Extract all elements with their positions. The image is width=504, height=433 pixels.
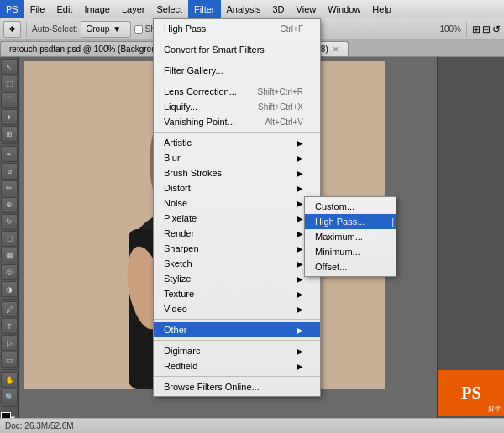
convert-label: Convert for Smart Filters	[164, 44, 265, 55]
stylize-arrow: ▶	[297, 274, 303, 284]
stylize-label: Stylize	[164, 274, 191, 284]
tool-sep-1	[2, 143, 17, 144]
tool-zoom[interactable]: 🔍	[1, 389, 18, 404]
artistic-label: Artistic	[164, 138, 192, 148]
menu-item-stylize[interactable]: Stylize ▶	[154, 271, 320, 286]
tool-spot-heal[interactable]: ⌀	[1, 163, 18, 179]
texture-label: Texture	[164, 289, 194, 299]
render-label: Render	[164, 228, 194, 238]
tool-move[interactable]: ↖	[1, 59, 18, 75]
maximum-label: Maximum...	[315, 232, 363, 242]
autoselect-dropdown[interactable]: Group ▼	[81, 21, 131, 38]
menu-select[interactable]: Select	[151, 0, 189, 18]
tool-shape[interactable]: ▭	[1, 352, 18, 368]
tab-retouch-label: retouch psdfan.psd @ 100% (Background	[9, 44, 165, 54]
menu-item-pixelate[interactable]: Pixelate ▶	[154, 211, 320, 226]
offset-label: Offset...	[315, 262, 347, 272]
tool-lasso[interactable]: ⌒	[1, 92, 18, 108]
menu-item-lens-correction[interactable]: Lens Correction... Shift+Ctrl+R	[154, 84, 320, 99]
pixelate-arrow: ▶	[297, 214, 303, 223]
cursor-indicator: |	[391, 217, 394, 227]
menu-analysis[interactable]: Analysis	[221, 0, 267, 18]
vp-shortcut: Alt+Ctrl+V	[265, 117, 303, 127]
tool-text[interactable]: T	[1, 318, 18, 334]
submenu-high-pass[interactable]: High Pass... |	[305, 214, 396, 229]
sep-7	[154, 376, 320, 377]
menu-item-distort[interactable]: Distort ▶	[154, 180, 320, 196]
tab-untitled-close[interactable]: ✕	[333, 45, 339, 54]
menu-view[interactable]: View	[291, 0, 323, 18]
menu-item-convert[interactable]: Convert for Smart Filters	[154, 42, 320, 57]
menu-item-other[interactable]: Other ▶	[154, 322, 320, 337]
menu-item-sharpen[interactable]: Sharpen ▶	[154, 241, 320, 256]
status-text: Doc: 26.3M/52.6M	[5, 421, 74, 430]
menu-item-blur[interactable]: Blur ▶	[154, 150, 320, 165]
move-tool-btn[interactable]: ❖	[3, 21, 21, 38]
menu-item-filter-gallery[interactable]: Filter Gallery...	[154, 63, 320, 78]
menu-layer[interactable]: Layer	[116, 0, 151, 18]
distort-arrow: ▶	[297, 184, 303, 193]
menu-item-noise[interactable]: Noise ▶	[154, 196, 320, 211]
tool-crop[interactable]: ⊞	[1, 126, 18, 142]
tool-select-rect[interactable]: ⬚	[1, 76, 18, 91]
tool-hand[interactable]: ✋	[1, 372, 18, 388]
tool-gradient[interactable]: ▦	[1, 248, 18, 263]
menu-image[interactable]: Image	[78, 0, 116, 18]
menu-item-redfield[interactable]: Redfield ▶	[154, 358, 320, 373]
autoselect-value: Group	[86, 24, 109, 34]
menu-edit[interactable]: Edit	[50, 0, 78, 18]
menu-item-digimarc[interactable]: Digimarc ▶	[154, 343, 320, 358]
right-panel: PS 好学	[437, 57, 504, 433]
tool-brush[interactable]: ✏	[1, 180, 18, 196]
tool-sep-4	[2, 406, 17, 407]
menu-item-vanishing-point[interactable]: Vanishing Point... Alt+Ctrl+V	[154, 114, 320, 129]
blur-label: Blur	[164, 153, 181, 163]
menu-item-texture[interactable]: Texture ▶	[154, 286, 320, 301]
liquify-label: Liquify...	[164, 102, 197, 112]
pixelate-label: Pixelate	[164, 213, 197, 223]
tool-eraser[interactable]: ◻	[1, 231, 18, 247]
submenu-offset[interactable]: Offset...	[305, 259, 396, 274]
tool-eyedropper[interactable]: ✒	[1, 146, 18, 162]
tool-dodge[interactable]: ◑	[1, 281, 18, 297]
tool-path-select[interactable]: ▷	[1, 335, 18, 351]
other-arrow: ▶	[297, 326, 303, 335]
menu-filter[interactable]: Filter	[188, 0, 220, 18]
menu-item-brush-strokes[interactable]: Brush Strokes ▶	[154, 165, 320, 180]
tool-blur[interactable]: ◎	[1, 264, 18, 280]
noise-label: Noise	[164, 198, 187, 208]
submenu-minimum[interactable]: Minimum...	[305, 244, 396, 259]
menu-file[interactable]: File	[24, 0, 51, 18]
tool-pen[interactable]: 🖊	[1, 301, 18, 317]
menu-item-sketch[interactable]: Sketch ▶	[154, 256, 320, 271]
menu-3d[interactable]: 3D	[267, 0, 291, 18]
render-arrow: ▶	[297, 229, 303, 238]
tool-history-brush[interactable]: ↻	[1, 214, 18, 230]
redfield-label: Redfield	[164, 361, 197, 371]
nav-icon[interactable]: ⊞	[472, 23, 480, 35]
tool-clone[interactable]: ⊕	[1, 197, 18, 213]
menu-help[interactable]: Help	[366, 0, 397, 18]
lens-shortcut: Shift+Ctrl+R	[258, 87, 303, 97]
digimarc-arrow: ▶	[297, 347, 303, 356]
menu-item-browse-filters[interactable]: Browse Filters Online...	[154, 379, 320, 394]
menu-item-artistic[interactable]: Artistic ▶	[154, 135, 320, 150]
menu-item-video[interactable]: Video ▶	[154, 301, 320, 316]
menu-item-high-pass[interactable]: High Pass Ctrl+F	[154, 21, 320, 36]
sep-1	[154, 39, 320, 39]
rotate-icon[interactable]: ↺	[492, 23, 501, 35]
menu-item-liquify[interactable]: Liquify... Shift+Ctrl+X	[154, 99, 320, 114]
distort-label: Distort	[164, 183, 191, 193]
menu-window[interactable]: Window	[322, 0, 366, 18]
custom-label: Custom...	[315, 201, 354, 211]
tool-quick-select[interactable]: ✦	[1, 109, 18, 125]
submenu-custom[interactable]: Custom...	[305, 199, 396, 214]
submenu-maximum[interactable]: Maximum...	[305, 229, 396, 244]
show-transform-checkbox[interactable]	[134, 25, 143, 34]
toolbar-sep-1	[26, 22, 27, 37]
arrange-icon[interactable]: ⊟	[482, 23, 491, 35]
menu-ps[interactable]: PS	[0, 0, 24, 18]
high-pass-sub-label: High Pass...	[315, 216, 365, 227]
menu-item-render[interactable]: Render ▶	[154, 226, 320, 241]
video-arrow: ▶	[297, 305, 303, 314]
